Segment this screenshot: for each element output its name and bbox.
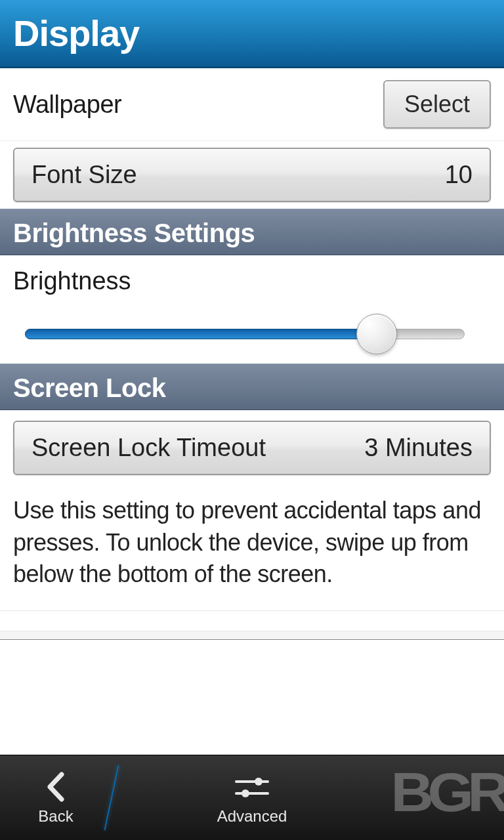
screenlock-timeout-button[interactable]: Screen Lock Timeout 3 Minutes xyxy=(13,421,491,475)
fontsize-label: Font Size xyxy=(32,161,137,189)
fontsize-button[interactable]: Font Size 10 xyxy=(13,148,491,202)
brightness-slider[interactable] xyxy=(25,318,465,344)
fontsize-value: 10 xyxy=(445,161,472,189)
svg-point-3 xyxy=(242,789,249,797)
screenlock-label: Screen Lock Timeout xyxy=(32,434,266,462)
spacer-tab xyxy=(392,755,504,840)
advanced-label: Advanced xyxy=(217,807,287,826)
slider-fill xyxy=(25,329,377,339)
svg-point-1 xyxy=(255,778,262,786)
screenlock-value: 3 Minutes xyxy=(364,434,472,462)
screenlock-row: Screen Lock Timeout 3 Minutes xyxy=(0,410,504,482)
back-button[interactable]: Back xyxy=(0,755,112,840)
brightness-section-header: Brightness Settings xyxy=(0,209,504,255)
screenlock-description: Use this setting to prevent accidental t… xyxy=(0,482,504,610)
wallpaper-row: Wallpaper Select xyxy=(0,68,504,141)
bottom-bar: Back Advanced BGR xyxy=(0,755,504,840)
slider-thumb[interactable] xyxy=(356,314,397,354)
divider-line xyxy=(0,610,504,611)
gap-line xyxy=(0,631,504,640)
wallpaper-label: Wallpaper xyxy=(13,91,121,119)
fontsize-row: Font Size 10 xyxy=(0,141,504,209)
advanced-button[interactable]: Advanced xyxy=(112,755,392,840)
chevron-left-icon xyxy=(45,770,67,803)
header: Display xyxy=(0,0,504,68)
brightness-block: Brightness xyxy=(0,255,504,364)
brightness-label: Brightness xyxy=(13,267,491,295)
screenlock-section-header: Screen Lock xyxy=(0,364,504,410)
wallpaper-select-button[interactable]: Select xyxy=(383,80,491,129)
page-title: Display xyxy=(13,12,139,54)
sliders-icon xyxy=(234,770,270,803)
back-label: Back xyxy=(38,807,73,826)
